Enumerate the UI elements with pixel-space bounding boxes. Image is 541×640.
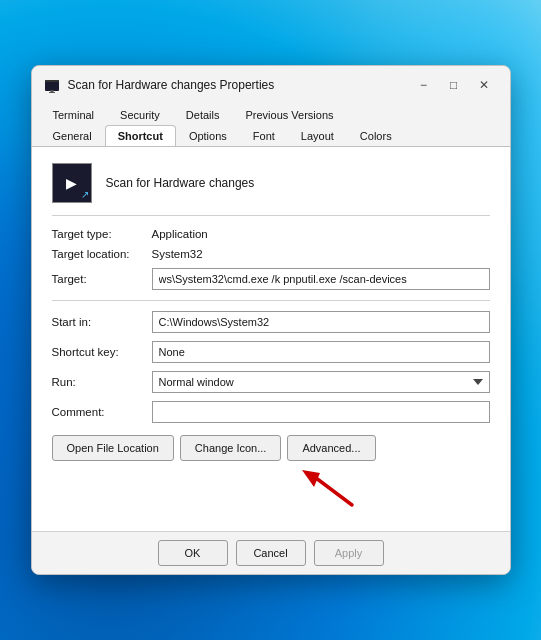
run-label: Run:: [52, 376, 152, 388]
svg-line-4: [312, 475, 352, 505]
tab-shortcut[interactable]: Shortcut: [105, 125, 176, 146]
window-controls: − □ ✕: [410, 74, 498, 96]
run-select[interactable]: Normal window Minimized Maximized: [152, 371, 490, 393]
comment-label: Comment:: [52, 406, 152, 418]
shortcut-key-input[interactable]: [152, 341, 490, 363]
target-location-row: Target location: System32: [52, 248, 490, 260]
target-row: Target:: [52, 268, 490, 290]
svg-marker-5: [302, 470, 320, 487]
comment-input[interactable]: [152, 401, 490, 423]
target-type-row: Target type: Application: [52, 228, 490, 240]
open-file-location-button[interactable]: Open File Location: [52, 435, 174, 461]
title-bar: Scan for Hardware changes Properties − □…: [32, 66, 510, 100]
ok-button[interactable]: OK: [158, 540, 228, 566]
app-icon: [52, 163, 92, 203]
app-name-label: Scan for Hardware changes: [106, 176, 255, 190]
tab-details[interactable]: Details: [173, 104, 233, 125]
start-in-label: Start in:: [52, 316, 152, 328]
target-input[interactable]: [152, 268, 490, 290]
dialog-icon: [44, 77, 60, 93]
tab-previous-versions[interactable]: Previous Versions: [232, 104, 346, 125]
tabs-row1: Terminal Security Details Previous Versi…: [32, 100, 510, 146]
tab-terminal[interactable]: Terminal: [40, 104, 108, 125]
advanced-button[interactable]: Advanced...: [287, 435, 375, 461]
close-button[interactable]: ✕: [470, 74, 498, 96]
tab-general[interactable]: General: [40, 125, 105, 146]
start-in-row: Start in:: [52, 311, 490, 333]
tab-font[interactable]: Font: [240, 125, 288, 146]
dialog-title: Scan for Hardware changes Properties: [68, 78, 410, 92]
run-row: Run: Normal window Minimized Maximized: [52, 371, 490, 393]
svg-rect-3: [49, 92, 55, 93]
shortcut-key-label: Shortcut key:: [52, 346, 152, 358]
minimize-button[interactable]: −: [410, 74, 438, 96]
target-location-value: System32: [152, 248, 203, 260]
start-in-input[interactable]: [152, 311, 490, 333]
target-type-label: Target type:: [52, 228, 152, 240]
shortcut-key-row: Shortcut key:: [52, 341, 490, 363]
action-buttons: Open File Location Change Icon... Advanc…: [52, 435, 490, 461]
target-label: Target:: [52, 273, 152, 285]
cancel-button[interactable]: Cancel: [236, 540, 306, 566]
tab-security[interactable]: Security: [107, 104, 173, 125]
arrow-annotation: [52, 465, 490, 515]
tab-content: Scan for Hardware changes Target type: A…: [32, 146, 510, 531]
app-header: Scan for Hardware changes: [52, 163, 490, 216]
change-icon-button[interactable]: Change Icon...: [180, 435, 282, 461]
dialog-footer: OK Cancel Apply: [32, 531, 510, 574]
red-arrow-icon: [292, 465, 372, 515]
target-location-label: Target location:: [52, 248, 152, 260]
maximize-button[interactable]: □: [440, 74, 468, 96]
divider1: [52, 300, 490, 301]
apply-button[interactable]: Apply: [314, 540, 384, 566]
tab-colors[interactable]: Colors: [347, 125, 405, 146]
tab-options[interactable]: Options: [176, 125, 240, 146]
properties-dialog: Scan for Hardware changes Properties − □…: [31, 65, 511, 575]
target-type-value: Application: [152, 228, 208, 240]
tab-layout[interactable]: Layout: [288, 125, 347, 146]
comment-row: Comment:: [52, 401, 490, 423]
svg-rect-1: [45, 80, 59, 82]
